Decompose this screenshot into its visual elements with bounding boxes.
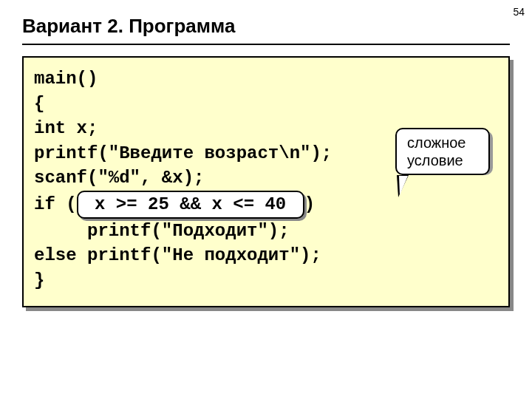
code-line-1: main() (34, 66, 495, 92)
callout-line-2: условие (407, 151, 478, 169)
code-line-9: } (34, 268, 495, 293)
highlight-condition: x >= 25 && x <= 40 (77, 191, 304, 219)
callout-wrapper: сложное условие (395, 128, 490, 175)
slide: Вариант 2. Программа main() { int x; pri… (0, 0, 532, 330)
code-line-8: else printf("Не подходит"); (34, 243, 495, 268)
code-if-suffix: ) (304, 194, 315, 214)
page-number: 54 (513, 6, 525, 18)
callout-box: сложное условие (395, 128, 490, 175)
code-box: main() { int x; printf("Введите возраст\… (22, 56, 510, 307)
code-line-7: printf("Подходит"); (34, 219, 495, 244)
highlight-wrapper: x >= 25 && x <= 40 (77, 191, 304, 219)
slide-title: Вариант 2. Программа (22, 15, 510, 38)
callout-line-1: сложное (407, 134, 478, 151)
code-box-wrapper: main() { int x; printf("Введите возраст\… (22, 56, 510, 307)
callout-tail-inner (399, 176, 408, 195)
code-if-prefix: if ( (34, 194, 77, 214)
code-line-6: if ( x >= 25 && x <= 40 ) (34, 191, 495, 219)
code-line-2: { (34, 92, 495, 117)
title-underline (22, 44, 510, 45)
